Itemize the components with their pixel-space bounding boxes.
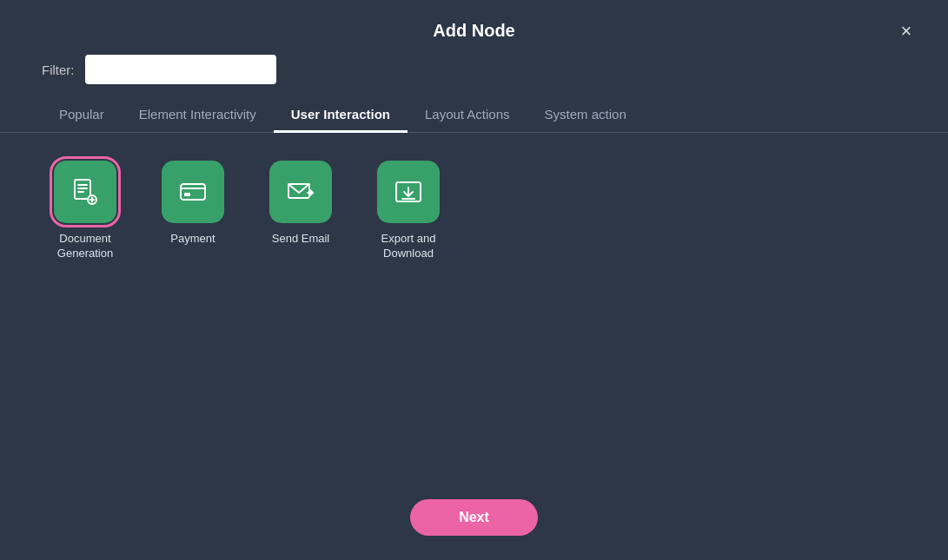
node-icon-send-email xyxy=(269,161,332,223)
node-label-export-download: Export andDownload xyxy=(381,232,436,261)
tab-element-interactivity[interactable]: Element Interactivity xyxy=(122,98,274,133)
payment-icon xyxy=(176,175,209,208)
export-download-icon xyxy=(392,175,425,208)
node-export-download[interactable]: Export andDownload xyxy=(365,161,452,261)
nodes-grid: DocumentGeneration Payment xyxy=(42,161,906,261)
node-payment[interactable]: Payment xyxy=(149,161,236,261)
node-label-send-email: Send Email xyxy=(272,232,329,247)
tab-system-action[interactable]: System action xyxy=(527,98,644,133)
node-label-document-generation: DocumentGeneration xyxy=(57,232,113,261)
svg-rect-7 xyxy=(181,184,205,200)
svg-rect-9 xyxy=(184,193,190,196)
modal-title: Add Node xyxy=(433,21,514,41)
node-icon-payment xyxy=(162,161,224,223)
node-document-generation[interactable]: DocumentGeneration xyxy=(42,161,129,261)
close-button[interactable]: × xyxy=(892,17,920,45)
node-send-email[interactable]: Send Email xyxy=(257,161,344,261)
node-icon-export-download xyxy=(377,161,440,223)
tab-popular[interactable]: Popular xyxy=(42,98,122,133)
footer: Next xyxy=(0,485,948,560)
node-icon-document-generation xyxy=(54,161,116,223)
modal-header: Add Node × xyxy=(0,0,948,55)
filter-label: Filter: xyxy=(42,63,75,77)
add-node-modal: Add Node × Filter: Popular Element Inter… xyxy=(0,0,948,560)
content-area: DocumentGeneration Payment xyxy=(0,133,948,485)
filter-row: Filter: xyxy=(0,55,948,98)
next-button[interactable]: Next xyxy=(410,499,538,536)
svg-rect-0 xyxy=(75,180,90,199)
document-generation-icon xyxy=(69,175,102,208)
send-email-icon xyxy=(284,175,317,208)
tabs-row: Popular Element Interactivity User Inter… xyxy=(0,98,948,133)
filter-input[interactable] xyxy=(85,55,276,84)
tab-user-interaction[interactable]: User Interaction xyxy=(274,98,408,133)
node-label-payment: Payment xyxy=(170,232,215,247)
tab-layout-actions[interactable]: Layout Actions xyxy=(408,98,527,133)
